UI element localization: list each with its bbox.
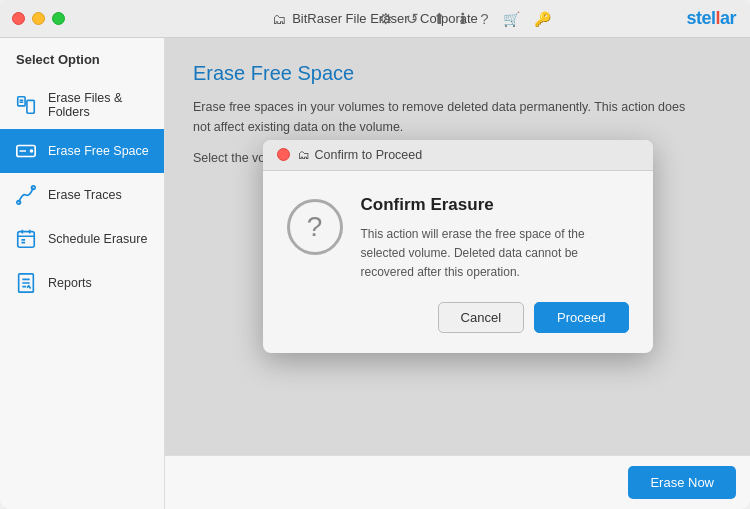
content-column: Erase Free Space Erase free spaces in yo… [165, 38, 750, 509]
cart-icon[interactable]: 🛒 [503, 11, 520, 27]
close-button[interactable] [12, 12, 25, 25]
hdd-icon [14, 139, 38, 163]
files-icon [14, 93, 38, 117]
dialog-title-icon: 🗂 [298, 148, 310, 162]
sidebar-item-erase-traces[interactable]: Erase Traces [0, 173, 164, 217]
dialog-message: This action will erase the free space of… [361, 225, 629, 283]
dialog-overlay: 🗂 Confirm to Proceed ? Confirm Erasure T… [165, 38, 750, 455]
sidebar-item-label: Erase Files & Folders [48, 91, 150, 119]
refresh-icon[interactable]: ↺ [406, 10, 419, 28]
app-window: 🗂 BitRaser File Eraser - Corporate ⚙ ↺ ⬆… [0, 0, 750, 509]
question-icon: ? [287, 199, 343, 255]
svg-rect-0 [18, 97, 25, 106]
info-icon[interactable]: ℹ [460, 10, 466, 28]
title-bar: 🗂 BitRaser File Eraser - Corporate ⚙ ↺ ⬆… [0, 0, 750, 38]
sidebar-item-reports[interactable]: Reports [0, 261, 164, 305]
sidebar: Select Option Erase Files & Folders [0, 38, 165, 509]
upload-icon[interactable]: ⬆ [433, 10, 446, 28]
schedule-icon [14, 227, 38, 251]
dialog-titlebar: 🗂 Confirm to Proceed [263, 140, 653, 171]
svg-point-8 [32, 186, 36, 190]
erase-now-button[interactable]: Erase Now [628, 466, 736, 499]
sidebar-item-label: Schedule Erasure [48, 232, 147, 246]
dialog-body: ? Confirm Erasure This action will erase… [263, 171, 653, 303]
dialog-content: Confirm Erasure This action will erase t… [361, 195, 629, 283]
bottom-bar: Erase Now [165, 455, 750, 509]
help-icon[interactable]: ? [480, 10, 488, 27]
dialog-buttons: Cancel Proceed [263, 302, 653, 353]
svg-point-7 [17, 201, 21, 205]
stellar-logo: stellar [686, 8, 736, 29]
key-icon[interactable]: 🔑 [534, 11, 551, 27]
traffic-lights [12, 12, 65, 25]
settings-icon[interactable]: ⚙ [379, 10, 392, 28]
svg-point-5 [30, 149, 34, 153]
main-layout: Select Option Erase Files & Folders [0, 38, 750, 509]
confirm-dialog: 🗂 Confirm to Proceed ? Confirm Erasure T… [263, 140, 653, 354]
svg-rect-9 [18, 232, 35, 248]
sidebar-title: Select Option [0, 52, 164, 81]
content-area: Erase Free Space Erase free spaces in yo… [165, 38, 750, 455]
dialog-title-label: Confirm to Proceed [315, 148, 423, 162]
svg-rect-1 [27, 100, 34, 113]
proceed-button[interactable]: Proceed [534, 302, 628, 333]
maximize-button[interactable] [52, 12, 65, 25]
dialog-title: 🗂 Confirm to Proceed [298, 148, 423, 162]
sidebar-item-schedule-erasure[interactable]: Schedule Erasure [0, 217, 164, 261]
traces-icon [14, 183, 38, 207]
sidebar-item-label: Reports [48, 276, 92, 290]
app-icon: 🗂 [272, 11, 286, 27]
sidebar-item-label: Erase Free Space [48, 144, 149, 158]
reports-icon [14, 271, 38, 295]
sidebar-item-erase-files[interactable]: Erase Files & Folders [0, 81, 164, 129]
sidebar-item-erase-free-space[interactable]: Erase Free Space [0, 129, 164, 173]
sidebar-item-label: Erase Traces [48, 188, 122, 202]
minimize-button[interactable] [32, 12, 45, 25]
cancel-button[interactable]: Cancel [438, 302, 524, 333]
dialog-close-button[interactable] [277, 148, 290, 161]
dialog-heading: Confirm Erasure [361, 195, 629, 215]
